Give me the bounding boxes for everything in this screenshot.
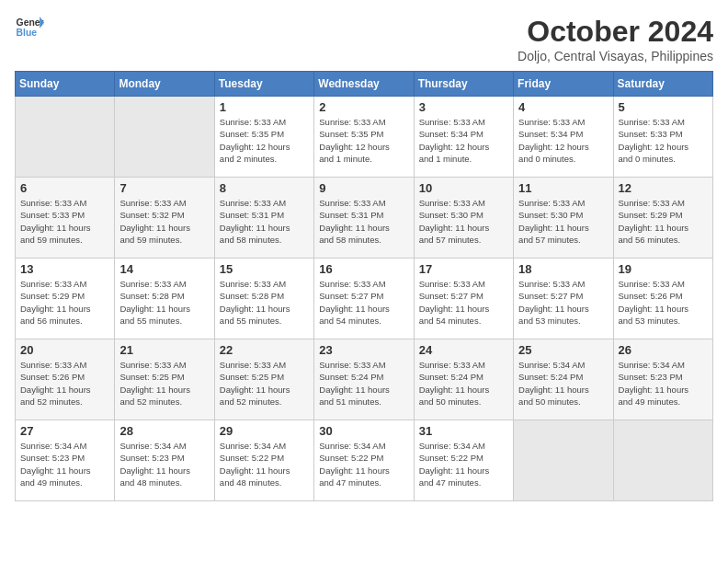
day-number: 24 bbox=[419, 343, 508, 357]
day-info: Sunrise: 5:33 AM Sunset: 5:29 PM Dayligh… bbox=[619, 197, 708, 246]
day-number: 10 bbox=[419, 181, 508, 195]
calendar-cell: 1Sunrise: 5:33 AM Sunset: 5:35 PM Daylig… bbox=[214, 97, 313, 178]
calendar-cell: 22Sunrise: 5:33 AM Sunset: 5:25 PM Dayli… bbox=[214, 339, 313, 420]
day-number: 26 bbox=[619, 343, 708, 357]
day-number: 20 bbox=[20, 343, 109, 357]
day-number: 13 bbox=[20, 262, 109, 276]
day-info: Sunrise: 5:34 AM Sunset: 5:24 PM Dayligh… bbox=[518, 359, 608, 408]
day-info: Sunrise: 5:33 AM Sunset: 5:33 PM Dayligh… bbox=[619, 116, 708, 165]
svg-text:Blue: Blue bbox=[17, 28, 38, 38]
day-info: Sunrise: 5:33 AM Sunset: 5:27 PM Dayligh… bbox=[419, 278, 508, 327]
header-cell-wednesday: Wednesday bbox=[314, 72, 414, 97]
calendar-cell: 8Sunrise: 5:33 AM Sunset: 5:31 PM Daylig… bbox=[214, 178, 313, 259]
calendar-cell: 7Sunrise: 5:33 AM Sunset: 5:32 PM Daylig… bbox=[115, 178, 214, 259]
day-info: Sunrise: 5:33 AM Sunset: 5:26 PM Dayligh… bbox=[619, 278, 708, 327]
day-number: 11 bbox=[518, 181, 608, 195]
calendar-body: 1Sunrise: 5:33 AM Sunset: 5:35 PM Daylig… bbox=[16, 97, 713, 501]
day-number: 17 bbox=[419, 262, 508, 276]
day-number: 12 bbox=[619, 181, 708, 195]
calendar-cell: 13Sunrise: 5:33 AM Sunset: 5:29 PM Dayli… bbox=[16, 259, 115, 339]
header-cell-tuesday: Tuesday bbox=[214, 72, 313, 97]
calendar-cell: 18Sunrise: 5:33 AM Sunset: 5:27 PM Dayli… bbox=[514, 259, 613, 339]
calendar-cell bbox=[115, 97, 214, 178]
calendar-cell: 11Sunrise: 5:33 AM Sunset: 5:30 PM Dayli… bbox=[514, 178, 613, 259]
calendar-cell: 20Sunrise: 5:33 AM Sunset: 5:26 PM Dayli… bbox=[16, 339, 115, 420]
calendar-cell: 4Sunrise: 5:33 AM Sunset: 5:34 PM Daylig… bbox=[514, 97, 613, 178]
header-cell-friday: Friday bbox=[514, 72, 613, 97]
day-number: 6 bbox=[20, 181, 109, 195]
logo-icon: General Blue bbox=[15, 15, 44, 40]
header-cell-monday: Monday bbox=[115, 72, 214, 97]
header-cell-saturday: Saturday bbox=[613, 72, 712, 97]
day-info: Sunrise: 5:33 AM Sunset: 5:34 PM Dayligh… bbox=[518, 116, 608, 165]
calendar-cell: 12Sunrise: 5:33 AM Sunset: 5:29 PM Dayli… bbox=[613, 178, 712, 259]
day-info: Sunrise: 5:33 AM Sunset: 5:31 PM Dayligh… bbox=[319, 197, 408, 246]
calendar-cell: 16Sunrise: 5:33 AM Sunset: 5:27 PM Dayli… bbox=[314, 259, 414, 339]
header-row: SundayMondayTuesdayWednesdayThursdayFrid… bbox=[16, 72, 713, 97]
page-header: General Blue October 2024 Doljo, Central… bbox=[15, 15, 713, 63]
day-info: Sunrise: 5:34 AM Sunset: 5:22 PM Dayligh… bbox=[419, 440, 508, 488]
location-subtitle: Doljo, Central Visayas, Philippines bbox=[518, 49, 713, 63]
day-number: 23 bbox=[319, 343, 408, 357]
day-number: 4 bbox=[518, 100, 608, 114]
day-info: Sunrise: 5:33 AM Sunset: 5:30 PM Dayligh… bbox=[419, 197, 508, 246]
day-info: Sunrise: 5:33 AM Sunset: 5:32 PM Dayligh… bbox=[119, 197, 209, 246]
day-info: Sunrise: 5:33 AM Sunset: 5:28 PM Dayligh… bbox=[220, 278, 309, 327]
week-row-2: 13Sunrise: 5:33 AM Sunset: 5:29 PM Dayli… bbox=[16, 259, 713, 339]
week-row-3: 20Sunrise: 5:33 AM Sunset: 5:26 PM Dayli… bbox=[16, 339, 713, 420]
day-info: Sunrise: 5:33 AM Sunset: 5:30 PM Dayligh… bbox=[518, 197, 608, 246]
day-info: Sunrise: 5:33 AM Sunset: 5:27 PM Dayligh… bbox=[518, 278, 608, 327]
day-info: Sunrise: 5:33 AM Sunset: 5:28 PM Dayligh… bbox=[119, 278, 209, 327]
day-number: 31 bbox=[419, 424, 508, 438]
week-row-1: 6Sunrise: 5:33 AM Sunset: 5:33 PM Daylig… bbox=[16, 178, 713, 259]
calendar-header: SundayMondayTuesdayWednesdayThursdayFrid… bbox=[16, 72, 713, 97]
day-number: 15 bbox=[220, 262, 309, 276]
calendar-cell: 14Sunrise: 5:33 AM Sunset: 5:28 PM Dayli… bbox=[115, 259, 214, 339]
calendar-cell: 23Sunrise: 5:33 AM Sunset: 5:24 PM Dayli… bbox=[314, 339, 414, 420]
header-cell-sunday: Sunday bbox=[16, 72, 115, 97]
day-number: 5 bbox=[619, 100, 708, 114]
day-info: Sunrise: 5:33 AM Sunset: 5:25 PM Dayligh… bbox=[119, 359, 209, 408]
day-info: Sunrise: 5:33 AM Sunset: 5:26 PM Dayligh… bbox=[20, 359, 109, 408]
day-number: 9 bbox=[319, 181, 408, 195]
calendar-cell bbox=[16, 97, 115, 178]
day-number: 2 bbox=[319, 100, 408, 114]
calendar-cell: 26Sunrise: 5:34 AM Sunset: 5:23 PM Dayli… bbox=[613, 339, 712, 420]
day-info: Sunrise: 5:33 AM Sunset: 5:27 PM Dayligh… bbox=[319, 278, 408, 327]
day-info: Sunrise: 5:34 AM Sunset: 5:22 PM Dayligh… bbox=[220, 440, 309, 488]
day-info: Sunrise: 5:33 AM Sunset: 5:35 PM Dayligh… bbox=[220, 116, 309, 165]
calendar-cell bbox=[514, 420, 613, 501]
day-info: Sunrise: 5:33 AM Sunset: 5:24 PM Dayligh… bbox=[319, 359, 408, 408]
calendar-cell: 30Sunrise: 5:34 AM Sunset: 5:22 PM Dayli… bbox=[314, 420, 414, 501]
calendar-cell bbox=[613, 420, 712, 501]
calendar-cell: 2Sunrise: 5:33 AM Sunset: 5:35 PM Daylig… bbox=[314, 97, 414, 178]
day-info: Sunrise: 5:33 AM Sunset: 5:34 PM Dayligh… bbox=[419, 116, 508, 165]
day-info: Sunrise: 5:33 AM Sunset: 5:29 PM Dayligh… bbox=[20, 278, 109, 327]
day-info: Sunrise: 5:34 AM Sunset: 5:23 PM Dayligh… bbox=[20, 440, 109, 488]
title-block: October 2024 Doljo, Central Visayas, Phi… bbox=[518, 15, 713, 63]
calendar-cell: 29Sunrise: 5:34 AM Sunset: 5:22 PM Dayli… bbox=[214, 420, 313, 501]
day-info: Sunrise: 5:34 AM Sunset: 5:23 PM Dayligh… bbox=[119, 440, 209, 488]
calendar-table: SundayMondayTuesdayWednesdayThursdayFrid… bbox=[15, 71, 713, 501]
day-number: 18 bbox=[518, 262, 608, 276]
calendar-cell: 10Sunrise: 5:33 AM Sunset: 5:30 PM Dayli… bbox=[414, 178, 513, 259]
day-number: 14 bbox=[119, 262, 209, 276]
header-cell-thursday: Thursday bbox=[414, 72, 513, 97]
day-number: 30 bbox=[319, 424, 408, 438]
day-number: 21 bbox=[119, 343, 209, 357]
day-number: 7 bbox=[119, 181, 209, 195]
week-row-4: 27Sunrise: 5:34 AM Sunset: 5:23 PM Dayli… bbox=[16, 420, 713, 501]
day-info: Sunrise: 5:33 AM Sunset: 5:31 PM Dayligh… bbox=[220, 197, 309, 246]
week-row-0: 1Sunrise: 5:33 AM Sunset: 5:35 PM Daylig… bbox=[16, 97, 713, 178]
calendar-cell: 31Sunrise: 5:34 AM Sunset: 5:22 PM Dayli… bbox=[414, 420, 513, 501]
calendar-cell: 5Sunrise: 5:33 AM Sunset: 5:33 PM Daylig… bbox=[613, 97, 712, 178]
month-title: October 2024 bbox=[518, 15, 713, 49]
calendar-cell: 21Sunrise: 5:33 AM Sunset: 5:25 PM Dayli… bbox=[115, 339, 214, 420]
day-number: 29 bbox=[220, 424, 309, 438]
day-number: 3 bbox=[419, 100, 508, 114]
day-number: 25 bbox=[518, 343, 608, 357]
calendar-cell: 19Sunrise: 5:33 AM Sunset: 5:26 PM Dayli… bbox=[613, 259, 712, 339]
day-number: 19 bbox=[619, 262, 708, 276]
day-info: Sunrise: 5:34 AM Sunset: 5:23 PM Dayligh… bbox=[619, 359, 708, 408]
logo: General Blue bbox=[15, 15, 44, 40]
